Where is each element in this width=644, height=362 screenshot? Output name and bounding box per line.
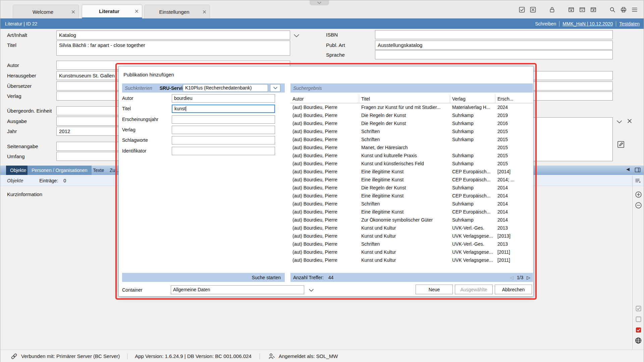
edit-icon[interactable] — [617, 140, 625, 150]
checkbox-checked-gray-icon[interactable] — [635, 305, 642, 312]
column-header-ersch[interactable]: Ersch... — [495, 95, 533, 103]
result-cell-titel: Schriften — [359, 135, 450, 143]
checkbox-empty-icon[interactable] — [635, 315, 642, 323]
modal-erscheinungsjahr-input[interactable] — [172, 115, 275, 124]
chevron-down-icon[interactable] — [616, 119, 622, 125]
result-cell-titel: Eine illegitime Kunst — [359, 168, 450, 176]
tab-personen-organisationen[interactable]: Personen / Organisationen — [28, 166, 92, 175]
column-header-autor[interactable]: Autor — [290, 95, 359, 103]
abbrechen-button[interactable]: Abbrechen — [495, 285, 532, 294]
result-cell-autor: (aut) Bourdieu, Pierre — [290, 192, 359, 200]
column-header-verlag[interactable]: Verlag — [450, 95, 495, 103]
plus-circle-icon[interactable] — [635, 191, 642, 198]
checkbox-x-icon[interactable] — [529, 6, 537, 13]
result-row[interactable]: (aut) Bourdieu, PierreZur Ökonomie symbo… — [290, 216, 533, 224]
result-cell-autor: (aut) Bourdieu, Pierre — [290, 232, 359, 240]
sprache-input[interactable] — [375, 50, 613, 59]
result-row[interactable]: (aut) Bourdieu, PierreDie Regeln der Kun… — [290, 119, 533, 127]
modal-titel-input[interactable]: kunst — [172, 105, 275, 113]
result-row[interactable]: (aut) Bourdieu, PierreFragen zur Kunst f… — [290, 103, 533, 111]
ausgewaehlte-button[interactable]: Ausgewählte — [455, 285, 493, 294]
result-row[interactable]: (aut) Bourdieu, PierreKunst und künstler… — [290, 160, 533, 168]
checkbox-checked-icon[interactable] — [518, 6, 526, 13]
publ-art-input[interactable]: Ausstellungskatalog — [375, 41, 613, 50]
section-label: Objekte — [7, 178, 23, 183]
sru-chevron-button[interactable] — [270, 84, 280, 92]
close-icon[interactable] — [71, 10, 75, 14]
modal-schlagworte-input[interactable] — [172, 136, 275, 144]
tab-literatur[interactable]: Literatur — [82, 5, 142, 18]
result-cell-titel: Kunst und Kultur — [359, 248, 450, 256]
globe-icon[interactable] — [635, 337, 642, 344]
result-row[interactable]: (aut) Bourdieu, PierreSchriftenSuhrkamp2… — [290, 127, 533, 135]
result-row[interactable]: (aut) Bourdieu, PierreEine illegitime Ku… — [290, 192, 533, 200]
menu-icon[interactable] — [631, 6, 638, 13]
tab-einstellungen[interactable]: Einstellungen — [144, 5, 210, 18]
field-label: ISBN — [326, 30, 373, 39]
result-row[interactable]: (aut) Bourdieu, PierreEine illegitime Ku… — [290, 208, 533, 216]
logged-in-user: Angemeldet als: SOL_MW — [279, 353, 338, 359]
tab-label: Literatur — [87, 8, 131, 14]
modal-autor-input[interactable]: bourdieu — [172, 94, 275, 103]
tab-welcome[interactable]: Welcome — [13, 5, 79, 18]
titel-input[interactable]: Silvia Bächli : far apart - close togeth… — [56, 41, 290, 56]
collapse-left-icon[interactable]: ◀ — [626, 167, 630, 172]
chevron-down-icon[interactable] — [293, 33, 300, 39]
testdaten-link[interactable]: Testdaten — [619, 21, 640, 26]
collapse-notch[interactable] — [310, 0, 329, 5]
page-next-icon[interactable]: ▷ — [527, 275, 530, 280]
window-plus-icon[interactable] — [568, 6, 575, 13]
suche-starten-button[interactable]: Suche starten — [252, 275, 281, 280]
modal-verlag-input[interactable] — [172, 126, 275, 134]
result-row[interactable]: (aut) Bourdieu, PierreKunst und kulturel… — [290, 152, 533, 160]
user-date-link[interactable]: MMK_HaN | 10.12.2020 — [562, 21, 613, 26]
minus-circle-icon[interactable] — [635, 201, 642, 209]
result-row[interactable]: (aut) Bourdieu, PierreSchriftenSuhrkamp2… — [290, 200, 533, 208]
result-cell-verlag: Suhrkamp — [450, 135, 495, 143]
text-caret — [186, 106, 186, 111]
result-row[interactable]: (aut) Bourdieu, PierreEine illegitime Ku… — [290, 176, 533, 184]
close-icon[interactable] — [203, 10, 206, 14]
field-label: Autor — [122, 94, 171, 103]
field-label: Identifikator — [122, 147, 171, 155]
result-row[interactable]: (aut) Bourdieu, PierreManet, der Häresia… — [290, 143, 533, 152]
checkbox-checked-red-icon[interactable] — [635, 326, 642, 334]
divider — [127, 353, 127, 359]
result-cell-autor: (aut) Bourdieu, Pierre — [290, 103, 359, 111]
close-icon[interactable] — [135, 9, 139, 13]
isbn-input[interactable] — [375, 30, 613, 39]
main-toolbar — [518, 6, 638, 13]
container-dropdown[interactable]: Allgemeine Daten — [171, 285, 304, 294]
window-minus-icon[interactable] — [579, 6, 586, 13]
tab-objekte[interactable]: Objekte — [6, 166, 30, 175]
container-label: Container — [122, 286, 171, 295]
result-cell-jahr: [2014] — [495, 168, 533, 176]
field-label: Übersetzer — [7, 81, 56, 90]
column-header-titel[interactable]: Titel — [359, 95, 450, 103]
result-row[interactable]: (aut) Bourdieu, PierreKunst und KulturUV… — [290, 248, 533, 256]
tab-texte[interactable]: Texte — [90, 166, 107, 175]
window-restore-icon[interactable] — [590, 6, 597, 13]
hits-count: 44 — [328, 275, 334, 280]
result-row[interactable]: (aut) Bourdieu, PierreKunst und KulturUV… — [290, 224, 533, 232]
panel-toggle-icon[interactable] — [634, 167, 641, 175]
container-chevron-icon[interactable] — [309, 288, 314, 294]
entries-label: Einträge: — [39, 178, 58, 183]
result-row[interactable]: (aut) Bourdieu, PierreKunst und KulturUV… — [290, 232, 533, 240]
print-icon[interactable] — [620, 6, 627, 13]
neue-button[interactable]: Neue — [416, 285, 453, 294]
result-row[interactable]: (aut) Bourdieu, PierreDie Regeln der Kun… — [290, 184, 533, 192]
list-view-icon[interactable] — [635, 177, 642, 185]
page-prev-icon[interactable]: ◁ — [510, 275, 514, 280]
result-row[interactable]: (aut) Bourdieu, PierreSchriftenUVK-Verl.… — [290, 240, 533, 248]
result-row[interactable]: (aut) Bourdieu, PierreKunst und KulturUV… — [290, 256, 533, 264]
search-icon[interactable] — [609, 6, 616, 13]
result-row[interactable]: (aut) Bourdieu, PierreDie Regeln der Kun… — [290, 111, 533, 119]
art-inhalt-input[interactable]: Katalog — [56, 31, 290, 40]
result-row[interactable]: (aut) Bourdieu, PierreEine illegitime Ku… — [290, 168, 533, 176]
sru-service-dropdown[interactable]: K10Plus (Recherchedatenbank) — [183, 84, 268, 92]
clear-x-icon[interactable] — [627, 118, 632, 125]
result-row[interactable]: (aut) Bourdieu, PierreSchriftenSuhrkamp2… — [290, 135, 533, 143]
lock-icon[interactable] — [548, 6, 556, 13]
modal-identifikator-input[interactable] — [172, 147, 275, 155]
